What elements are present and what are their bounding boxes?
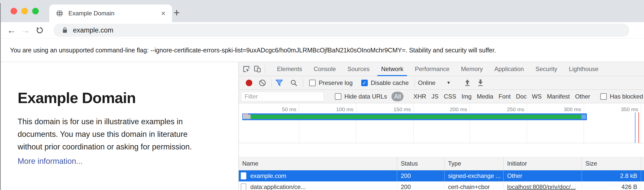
- warning-text: You are using an unsupported command-lin…: [10, 47, 496, 54]
- column-header-size[interactable]: Size: [582, 157, 641, 170]
- network-overview-timeline[interactable]: 50 ms 100 ms 150 ms 200 ms 250 ms 300 ms…: [239, 103, 644, 143]
- search-icon[interactable]: [288, 77, 299, 88]
- filter-funnel-icon[interactable]: [274, 77, 285, 88]
- tab-console[interactable]: Console: [308, 62, 342, 76]
- divider: [265, 65, 265, 73]
- filter-type-all[interactable]: All: [391, 92, 404, 101]
- table-row[interactable]: example.com 200 signed-exchange ... Othe…: [239, 170, 644, 181]
- record-network-log-icon[interactable]: [246, 80, 252, 86]
- gridline: [413, 103, 414, 143]
- tab-performance[interactable]: Performance: [409, 62, 455, 76]
- gridline: [527, 103, 527, 143]
- reload-icon[interactable]: [33, 26, 47, 35]
- preserve-log-checkbox[interactable]: [309, 80, 316, 86]
- filter-type-ws[interactable]: WS: [532, 93, 542, 100]
- tab-application[interactable]: Application: [489, 62, 530, 76]
- tick-label: 100 ms: [313, 106, 353, 112]
- filter-type-other[interactable]: Other: [575, 93, 590, 100]
- tab-memory[interactable]: Memory: [455, 62, 489, 76]
- hide-data-urls-label[interactable]: Hide data URLs: [344, 93, 387, 100]
- device-toolbar-icon[interactable]: [252, 64, 263, 75]
- filter-type-doc[interactable]: Doc: [516, 93, 527, 100]
- export-har-icon[interactable]: [475, 77, 486, 88]
- filter-type-font[interactable]: Font: [499, 93, 511, 100]
- disable-cache-checkbox[interactable]: ✓: [361, 80, 368, 86]
- browser-toolbar: ← → example.com: [0, 22, 644, 38]
- tail-segment: [581, 115, 586, 119]
- tab-network[interactable]: Network: [375, 62, 409, 76]
- request-name: example.com: [250, 172, 286, 179]
- tick-label: 50 ms: [256, 106, 296, 112]
- web-page: Example Domain This domain is for use in…: [0, 62, 238, 190]
- filter-type-manifest[interactable]: Manifest: [547, 93, 570, 100]
- filter-type-css[interactable]: CSS: [444, 93, 456, 100]
- gridline: [641, 103, 641, 143]
- hide-data-urls-checkbox[interactable]: [335, 93, 341, 100]
- window-minimize-button[interactable]: [21, 8, 28, 14]
- new-tab-button[interactable]: +: [174, 8, 180, 18]
- unsupported-flag-warning-bar: You are using an unsupported command-lin…: [0, 38, 644, 62]
- requests-table: Name Status Type Initiator Size example.…: [239, 157, 644, 190]
- gridline: [356, 103, 356, 143]
- has-blocked-cookie-label[interactable]: Has blocked cookie: [610, 93, 644, 100]
- filter-input[interactable]: [241, 92, 324, 101]
- column-header-initiator[interactable]: Initiator: [504, 157, 582, 170]
- window-close-button[interactable]: [11, 8, 17, 14]
- column-header-stub: [641, 157, 644, 170]
- devtools-tab-bar: Elements Console Sources Network Perform…: [239, 62, 644, 76]
- address-bar[interactable]: example.com: [53, 24, 629, 37]
- tab-lighthouse[interactable]: Lighthouse: [563, 62, 604, 76]
- favicon-globe-icon: [56, 10, 63, 17]
- filter-type-media[interactable]: Media: [477, 93, 493, 100]
- disable-cache-label[interactable]: Disable cache: [371, 79, 409, 86]
- filter-type-xhr[interactable]: XHR: [413, 93, 426, 100]
- preserve-log-label[interactable]: Preserve log: [319, 79, 353, 86]
- inspect-element-icon[interactable]: [241, 64, 252, 75]
- tick-label: 300 ms: [541, 106, 581, 112]
- browser-tab[interactable]: Example Domain ×: [49, 5, 172, 22]
- chevron-down-icon[interactable]: ▼: [447, 80, 451, 85]
- tab-security[interactable]: Security: [530, 62, 563, 76]
- devtools-panel: Elements Console Sources Network Perform…: [238, 62, 644, 190]
- network-filter-bar: Hide data URLs All XHR JS CSS Img Media …: [239, 90, 644, 103]
- request-initiator-link[interactable]: localhost:8080/priv/doc/...: [507, 183, 576, 190]
- tick-label: 250 ms: [484, 106, 524, 112]
- more-information-link[interactable]: More information...: [18, 157, 83, 166]
- column-header-name[interactable]: Name: [239, 157, 397, 170]
- clear-network-log-icon[interactable]: [257, 77, 268, 88]
- back-icon[interactable]: ←: [5, 26, 19, 35]
- forward-icon[interactable]: →: [19, 26, 33, 35]
- column-header-status[interactable]: Status: [397, 157, 445, 170]
- overview-waterfall-bar[interactable]: [242, 113, 587, 120]
- request-status: 200: [397, 181, 445, 190]
- window-zoom-button[interactable]: [32, 8, 39, 14]
- window-edge: [0, 3, 1, 190]
- divider: [415, 79, 415, 87]
- filter-type-js[interactable]: JS: [431, 93, 438, 100]
- document-icon: [241, 172, 246, 179]
- tab-close-icon[interactable]: ×: [161, 10, 166, 17]
- url-text[interactable]: example.com: [73, 26, 113, 34]
- throttling-select[interactable]: Online: [418, 79, 435, 86]
- lock-icon[interactable]: [62, 27, 68, 34]
- tab-elements[interactable]: Elements: [271, 62, 308, 76]
- tick-label: 200 ms: [427, 106, 467, 112]
- filter-type-img[interactable]: Img: [461, 93, 471, 100]
- table-row[interactable]: data:application/ce... 200 cert-chain+cb…: [239, 181, 644, 190]
- has-blocked-cookie-checkbox[interactable]: [600, 93, 607, 100]
- request-initiator[interactable]: Other: [504, 170, 582, 181]
- request-size: 426 B: [582, 181, 641, 190]
- table-header-row: Name Status Type Initiator Size: [239, 157, 644, 170]
- content-download-segment: [251, 115, 581, 119]
- import-har-icon[interactable]: [462, 77, 473, 88]
- gridline: [299, 103, 299, 143]
- column-header-type[interactable]: Type: [445, 157, 504, 170]
- request-size: 2.8 kB: [582, 170, 641, 181]
- queueing-segment: [243, 114, 248, 115]
- request-name: data:application/ce...: [250, 183, 306, 190]
- gridline: [470, 103, 470, 143]
- row-stub: [641, 170, 644, 181]
- tab-sources[interactable]: Sources: [342, 62, 375, 76]
- domcontentloaded-marker: [635, 112, 635, 143]
- browser-window: Example Domain × + ← → example.com You a…: [0, 0, 644, 190]
